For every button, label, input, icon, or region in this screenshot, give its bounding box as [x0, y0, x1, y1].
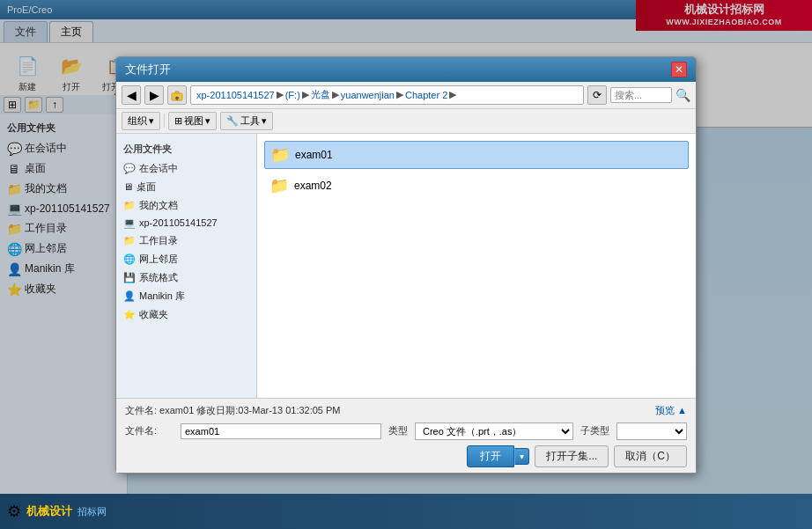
bottom-sub: 招标网	[78, 505, 107, 518]
breadcrumb-part-1[interactable]: (F:)	[285, 90, 300, 100]
file-item-exam02[interactable]: 📁 exam02	[264, 173, 689, 199]
tools-chevron: ▾	[262, 115, 267, 127]
left-label-sys-format: 系统格式	[139, 271, 178, 284]
file-name-exam01: exam01	[295, 149, 333, 161]
subtype-label: 子类型	[580, 424, 609, 437]
view-chevron: ▾	[205, 115, 210, 127]
view-icon: ⊞	[174, 115, 182, 127]
dialog-left-panel: 公用文件夹 💬 在会话中 🖥 桌面 📁 我的文档 💻	[116, 134, 257, 398]
view-button[interactable]: ⊞ 视图 ▾	[168, 112, 217, 130]
breadcrumb-sep-3: ▶	[396, 89, 403, 100]
dialog-toolbar: ◀ ▶ xp-201105141527 ▶ (F:) ▶ 光盘 ▶	[116, 82, 696, 109]
footer-info-text: 文件名: exam01 修改日期:03-Mar-13 01:32:05 PM	[125, 404, 341, 417]
left-label-work-dir: 工作目录	[139, 234, 178, 247]
folder-up-icon	[171, 89, 183, 101]
dialog-titlebar: 文件打开 ✕	[116, 57, 696, 82]
nav-up-button[interactable]	[167, 85, 187, 105]
left-item-favorites[interactable]: ⭐ 收藏夹	[116, 305, 256, 324]
breadcrumb-sep-2: ▶	[332, 89, 339, 100]
left-icon-my-docs: 📁	[123, 200, 136, 211]
left-icon-network: 🌐	[123, 253, 136, 265]
left-label-desktop: 桌面	[137, 180, 156, 194]
dialog-close-button[interactable]: ✕	[671, 62, 687, 77]
dialog-file-list: 📁 exam01 📁 exam02	[257, 134, 696, 398]
breadcrumb-bar: xp-201105141527 ▶ (F:) ▶ 光盘 ▶ yuanwenjia…	[190, 85, 584, 105]
footer-file-info: 文件名: exam01 修改日期:03-Mar-13 01:32:05 PM 预…	[125, 404, 687, 417]
search-input[interactable]	[610, 87, 672, 103]
file-item-exam01[interactable]: 📁 exam01	[264, 141, 689, 169]
footer-buttons: 打开 ▾ 打开子集... 取消（C）	[125, 445, 687, 467]
breadcrumb-part-3[interactable]: yuanwenjian	[341, 90, 395, 100]
bottom-logo: 机械设计	[26, 503, 72, 519]
left-icon-sys-format: 💾	[123, 272, 136, 283]
left-item-sys-format[interactable]: 💾 系统格式	[116, 268, 256, 287]
open-subset-button[interactable]: 打开子集...	[535, 445, 609, 467]
file-open-dialog: 文件打开 ✕ ◀ ▶ xp-201105141527 ▶	[115, 56, 697, 474]
dialog-title: 文件打开	[125, 62, 171, 77]
left-icon-favorites: ⭐	[123, 309, 136, 320]
filename-label: 文件名:	[125, 424, 173, 437]
breadcrumb-part-4[interactable]: Chapter 2	[405, 90, 447, 100]
bottom-bar: ⚙ 机械设计 招标网	[0, 494, 812, 529]
breadcrumb-part-0[interactable]: xp-201105141527	[196, 90, 275, 100]
filename-input[interactable]	[181, 423, 381, 439]
organize-chevron: ▾	[149, 115, 154, 127]
dialog-footer: 文件名: exam01 修改日期:03-Mar-13 01:32:05 PM 预…	[116, 398, 696, 473]
left-item-my-docs[interactable]: 📁 我的文档	[116, 196, 256, 215]
dialog-body: 公用文件夹 💬 在会话中 🖥 桌面 📁 我的文档 💻	[116, 134, 696, 398]
cancel-button[interactable]: 取消（C）	[614, 445, 687, 467]
tools-icon: 🔧	[226, 115, 239, 127]
file-name-exam02: exam02	[294, 180, 332, 192]
left-label-my-docs: 我的文档	[139, 199, 178, 212]
left-icon-computer: 💻	[123, 217, 136, 229]
footer-row-filename: 文件名: 类型 Creo 文件（.prt，.as） 子类型	[125, 422, 687, 440]
left-label-favorites: 收藏夹	[139, 308, 168, 321]
nav-forward-button[interactable]: ▶	[144, 85, 164, 105]
breadcrumb-sep-0: ▶	[277, 89, 284, 100]
left-item-network[interactable]: 🌐 网上邻居	[116, 250, 256, 268]
open-button-group: 打开 ▾	[467, 445, 529, 467]
footer-preview-label[interactable]: 预览 ▲	[655, 404, 687, 417]
left-icon-manikin: 👤	[123, 290, 136, 302]
filetype-label: 类型	[388, 424, 408, 437]
left-icon-desktop: 🖥	[123, 181, 133, 192]
organize-button[interactable]: 组织 ▾	[122, 112, 160, 130]
left-item-desktop[interactable]: 🖥 桌面	[116, 178, 256, 196]
folder-icon-exam02: 📁	[269, 176, 289, 195]
modal-overlay: 文件打开 ✕ ◀ ▶ xp-201105141527 ▶	[0, 0, 812, 529]
tools-label: 工具	[240, 114, 260, 128]
left-label-computer: xp-201105141527	[139, 217, 218, 228]
actionbar-sep-1	[164, 114, 165, 128]
breadcrumb-sep-1: ▶	[302, 89, 309, 100]
left-icon-work-dir: 📁	[123, 235, 136, 246]
dialog-actionbar: 组织 ▾ ⊞ 视图 ▾ 🔧 工具 ▾	[116, 109, 696, 134]
organize-label: 组织	[128, 114, 147, 128]
left-icon-in-session: 💬	[123, 163, 136, 174]
nav-back-button[interactable]: ◀	[122, 85, 141, 105]
left-label-network: 网上邻居	[139, 253, 178, 266]
open-dropdown-button[interactable]: ▾	[514, 448, 529, 465]
tools-button[interactable]: 🔧 工具 ▾	[220, 112, 273, 130]
left-item-manikin[interactable]: 👤 Manikin 库	[116, 287, 256, 305]
breadcrumb-part-2[interactable]: 光盘	[311, 88, 330, 101]
left-item-computer[interactable]: 💻 xp-201105141527	[116, 215, 256, 231]
search-icon[interactable]: 🔍	[675, 88, 690, 102]
left-label-in-session: 在会话中	[139, 162, 178, 175]
breadcrumb-sep-4: ▶	[449, 89, 456, 100]
open-button[interactable]: 打开	[467, 445, 514, 467]
app-background: ProE/Creo 机械设计招标网 WWW.JIXIEZHAOBIAO.COM …	[0, 0, 812, 529]
left-item-in-session[interactable]: 💬 在会话中	[116, 159, 256, 178]
folder-icon-exam01: 📁	[270, 145, 290, 165]
view-label: 视图	[184, 114, 203, 128]
subtype-select[interactable]	[616, 422, 687, 440]
dialog-left-title: 公用文件夹	[116, 139, 256, 159]
refresh-button[interactable]: ⟳	[587, 85, 607, 105]
left-label-manikin: Manikin 库	[139, 290, 185, 303]
filetype-select[interactable]: Creo 文件（.prt，.as）	[415, 422, 573, 440]
left-item-work-dir[interactable]: 📁 工作目录	[116, 231, 256, 250]
